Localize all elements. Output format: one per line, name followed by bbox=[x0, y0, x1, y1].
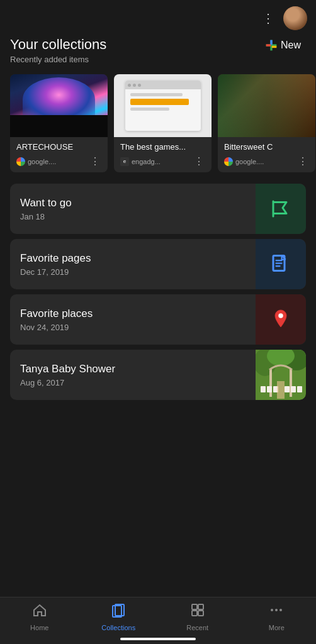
nav-item-more[interactable]: More bbox=[257, 602, 295, 631]
nav-label-collections: Collections bbox=[101, 624, 135, 631]
more-icon bbox=[269, 602, 284, 621]
card-source-left-artechouse: google.... bbox=[16, 157, 56, 166]
recent-card-engadget[interactable]: The best games... e engadg... ⋮ bbox=[114, 74, 212, 172]
collection-icon-want-to-go bbox=[256, 184, 306, 234]
collection-item-favorite-places[interactable]: Favorite places Nov 24, 2019 bbox=[10, 294, 306, 345]
svg-rect-26 bbox=[198, 604, 203, 609]
svg-rect-25 bbox=[192, 604, 197, 609]
svg-rect-14 bbox=[269, 369, 272, 397]
baby-shower-svg bbox=[256, 350, 306, 400]
card-source-left-engadget: e engadg... bbox=[120, 157, 161, 166]
source-text-engadget: engadg... bbox=[132, 158, 161, 165]
collection-name-favorite-pages: Favorite pages bbox=[20, 252, 245, 265]
avatar-image bbox=[283, 6, 307, 30]
google-icon bbox=[16, 157, 25, 166]
browser-dot-2 bbox=[133, 84, 136, 87]
svg-rect-20 bbox=[291, 386, 296, 392]
svg-rect-19 bbox=[285, 386, 290, 392]
svg-point-29 bbox=[271, 609, 273, 611]
source-text-bittersweet: google.... bbox=[235, 158, 264, 165]
collections-icon bbox=[111, 602, 126, 621]
collection-date-favorite-places: Nov 24, 2019 bbox=[20, 323, 245, 332]
collection-info-favorite-pages: Favorite pages Dec 17, 2019 bbox=[10, 243, 256, 286]
svg-point-9 bbox=[278, 314, 283, 319]
collection-info-favorite-places: Favorite places Nov 24, 2019 bbox=[10, 299, 256, 341]
collections-list: Want to go Jan 18 Favorite pages Dec 17,… bbox=[0, 179, 316, 405]
svg-rect-2 bbox=[270, 40, 272, 45]
card-thumb-bittersweet bbox=[218, 74, 315, 137]
map-pin-icon bbox=[269, 308, 292, 331]
page-header: Your collections Recently added items Ne… bbox=[0, 34, 316, 70]
nav-label-home: Home bbox=[30, 624, 48, 631]
collection-name-tanya-baby-shower: Tanya Baby Shower bbox=[20, 363, 245, 375]
home-icon bbox=[32, 602, 47, 621]
collection-thumb-tanya bbox=[256, 350, 306, 400]
browser-top bbox=[125, 80, 201, 89]
card-source-row-artechouse: google.... ⋮ bbox=[16, 154, 101, 169]
svg-rect-4 bbox=[272, 46, 277, 48]
svg-rect-17 bbox=[267, 386, 272, 392]
collection-item-tanya-baby-shower[interactable]: Tanya Baby Shower Aug 6, 2017 bbox=[10, 350, 306, 400]
card-source-left-bittersweet: google.... bbox=[224, 157, 264, 166]
card-source-row-bittersweet: google.... ⋮ bbox=[224, 154, 309, 169]
top-bar: ⋮ bbox=[0, 0, 316, 34]
collection-date-tanya-baby-shower: Aug 6, 2017 bbox=[20, 378, 245, 387]
collection-date-want-to-go: Jan 18 bbox=[20, 212, 245, 221]
collection-item-favorite-pages[interactable]: Favorite pages Dec 17, 2019 bbox=[10, 239, 306, 289]
page-title: Your collections bbox=[10, 36, 106, 53]
nav-label-recent: Recent bbox=[186, 624, 208, 631]
recent-card-bittersweet[interactable]: Bittersweet C google.... ⋮ bbox=[218, 74, 315, 172]
bottom-nav: Home Collections Recent bbox=[0, 597, 316, 644]
card-more-engadget[interactable]: ⋮ bbox=[193, 154, 205, 169]
nav-item-collections[interactable]: Collections bbox=[99, 602, 137, 631]
collection-info-tanya-baby-shower: Tanya Baby Shower Aug 6, 2017 bbox=[10, 354, 256, 396]
card-more-artechouse[interactable]: ⋮ bbox=[89, 154, 101, 169]
new-collection-button[interactable]: New bbox=[260, 36, 306, 54]
card-source-row-engadget: e engadg... ⋮ bbox=[120, 154, 205, 169]
svg-rect-16 bbox=[261, 386, 266, 392]
eng-line-2 bbox=[130, 99, 189, 105]
card-title-engadget: The best games... bbox=[120, 142, 205, 152]
svg-rect-27 bbox=[192, 611, 197, 616]
browser-dot-1 bbox=[128, 84, 131, 87]
svg-rect-15 bbox=[290, 369, 292, 397]
avatar[interactable] bbox=[283, 6, 307, 30]
browser-body bbox=[125, 89, 201, 114]
collection-info-want-to-go: Want to go Jan 18 bbox=[10, 188, 256, 230]
svg-rect-22 bbox=[277, 381, 285, 399]
google-icon-bittersweet bbox=[224, 157, 233, 166]
subtitle: Recently added items bbox=[10, 55, 106, 64]
card-more-bittersweet[interactable]: ⋮ bbox=[296, 154, 309, 169]
new-label: New bbox=[281, 40, 301, 51]
eng-line-3 bbox=[130, 108, 169, 111]
nav-label-more: More bbox=[269, 624, 285, 631]
overflow-menu-icon[interactable]: ⋮ bbox=[259, 8, 277, 28]
browser-dot-3 bbox=[138, 84, 141, 87]
recent-items-row: ARTECHOUSE google.... ⋮ bbox=[0, 70, 316, 179]
svg-rect-3 bbox=[266, 44, 271, 46]
home-indicator bbox=[120, 638, 196, 640]
collection-date-favorite-pages: Dec 17, 2019 bbox=[20, 267, 245, 277]
flag-icon bbox=[269, 197, 292, 220]
collection-icon-favorite-places bbox=[256, 294, 306, 345]
card-thumb-engadget bbox=[114, 74, 212, 137]
collection-name-want-to-go: Want to go bbox=[20, 197, 245, 209]
svg-rect-21 bbox=[297, 386, 302, 392]
card-info-bittersweet: Bittersweet C google.... ⋮ bbox=[218, 137, 315, 172]
document-icon bbox=[269, 253, 292, 275]
recent-card-artechouse[interactable]: ARTECHOUSE google.... ⋮ bbox=[10, 74, 108, 172]
collection-icon-favorite-pages bbox=[256, 239, 306, 289]
card-thumb-artechouse bbox=[10, 74, 108, 137]
recent-icon bbox=[190, 602, 205, 621]
header-left: Your collections Recently added items bbox=[10, 36, 106, 64]
collection-item-want-to-go[interactable]: Want to go Jan 18 bbox=[10, 184, 306, 234]
svg-point-30 bbox=[275, 609, 278, 611]
engadget-browser bbox=[125, 80, 201, 131]
nav-item-home[interactable]: Home bbox=[21, 602, 59, 631]
collection-name-favorite-places: Favorite places bbox=[20, 308, 245, 320]
card-title-artechouse: ARTECHOUSE bbox=[16, 142, 101, 152]
card-info-engadget: The best games... e engadg... ⋮ bbox=[114, 137, 212, 172]
nav-item-recent[interactable]: Recent bbox=[179, 602, 217, 631]
card-info-artechouse: ARTECHOUSE google.... ⋮ bbox=[10, 137, 108, 172]
engadget-icon: e bbox=[120, 157, 129, 166]
